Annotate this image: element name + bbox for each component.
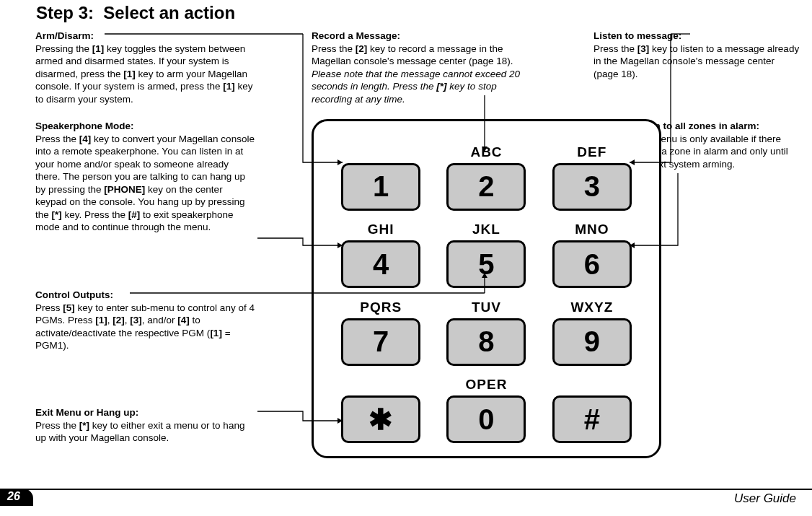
callout-record-message: Record a Message: Press the [2] key to r… xyxy=(312,30,530,105)
key-label: OPER xyxy=(466,377,508,393)
key-label: WXYZ xyxy=(570,299,613,315)
key-7[interactable]: 7 xyxy=(341,318,420,366)
callout-body: Press [5] key to enter sub-menu to contr… xyxy=(35,302,255,351)
keypad-cell-7: PQRS 7 xyxy=(331,294,431,366)
key-6[interactable]: 6 xyxy=(552,240,632,288)
key-label: ABC xyxy=(470,144,502,160)
keypad-cell-2: ABC 2 xyxy=(436,139,536,211)
key-4[interactable]: 4 xyxy=(341,240,420,288)
keypad-cell-8: TUV 8 xyxy=(436,294,536,366)
footer-label: User Guide xyxy=(734,491,796,506)
key-label: DEF xyxy=(577,144,606,160)
page-number: 26 xyxy=(0,489,33,506)
keypad-cell-6: MNO 6 xyxy=(542,217,642,289)
callout-body: Press the [4] key to convert your Magell… xyxy=(35,134,255,233)
keypad-cell-hash: # xyxy=(542,372,642,444)
key-hash[interactable]: # xyxy=(552,395,632,443)
key-3[interactable]: 3 xyxy=(552,163,632,211)
key-8[interactable]: 8 xyxy=(446,318,526,366)
callout-body: Press the [*] key to either exit a menu … xyxy=(35,420,244,444)
keypad-grid: 1 ABC 2 DEF 3 GHI 4 JKL 5 MNO 6 PQRS 7 T… xyxy=(331,139,642,443)
keypad-cell-1: 1 xyxy=(331,139,431,211)
callout-control-outputs: Control Outputs: Press [5] key to enter … xyxy=(35,289,256,352)
key-9[interactable]: 9 xyxy=(552,318,632,366)
callout-heading: Record a Message: xyxy=(312,30,400,41)
key-0[interactable]: 0 xyxy=(446,395,526,443)
callout-body: Pressing the [1] key toggles the system … xyxy=(35,43,253,105)
keypad-cell-5: JKL 5 xyxy=(436,217,536,289)
callout-heading: Exit Menu or Hang up: xyxy=(35,407,138,418)
keypad-cell-3: DEF 3 xyxy=(542,139,642,211)
callout-heading: Speakerphone Mode: xyxy=(35,121,134,131)
callout-heading: Control Outputs: xyxy=(35,289,113,300)
callout-exit-menu: Exit Menu or Hang up: Press the [*] key … xyxy=(35,406,256,445)
callout-body: Press the [2] key to record a message in… xyxy=(312,43,520,105)
key-5[interactable]: 5 xyxy=(446,240,526,288)
callout-heading: Listen to message: xyxy=(593,30,681,41)
callout-arm-disarm: Arm/Disarm: Pressing the [1] key toggles… xyxy=(35,30,253,105)
key-label: GHI xyxy=(368,222,394,237)
keypad-cell-0: OPER 0 xyxy=(436,372,536,444)
callout-heading: Arm/Disarm: xyxy=(35,30,94,41)
callout-speakerphone: Speakerphone Mode: Press the [4] key to … xyxy=(35,120,256,234)
callout-body: Press the [3] key to listen to a message… xyxy=(593,43,799,79)
key-label: JKL xyxy=(472,222,500,237)
key-label: MNO xyxy=(575,222,609,237)
keypad-cell-4: GHI 4 xyxy=(331,217,431,289)
footer-rule xyxy=(0,489,812,490)
key-1[interactable]: 1 xyxy=(341,163,420,211)
keypad-cell-star: ✱ xyxy=(331,372,431,444)
key-star[interactable]: ✱ xyxy=(341,395,420,443)
key-2[interactable]: 2 xyxy=(446,163,526,211)
callout-listen-message: Listen to message: Press the [3] key to … xyxy=(593,30,800,80)
key-label: TUV xyxy=(472,299,501,315)
key-label: PQRS xyxy=(360,299,402,315)
page-title: Step 3: Select an action xyxy=(36,3,235,23)
keypad-cell-9: WXYZ 9 xyxy=(542,294,642,366)
keypad-panel: 1 ABC 2 DEF 3 GHI 4 JKL 5 MNO 6 PQRS 7 T… xyxy=(312,119,661,458)
